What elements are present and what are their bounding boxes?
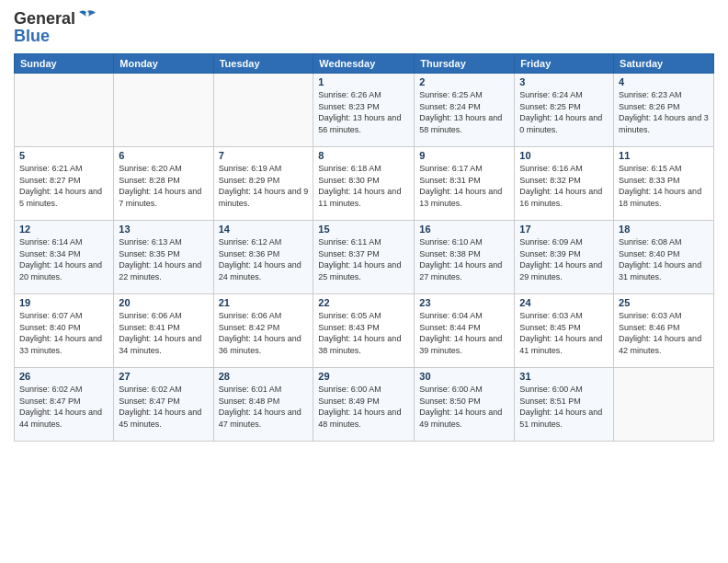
day-number: 2	[419, 76, 509, 87]
week-row-1: 1 Sunrise: 6:26 AM Sunset: 8:23 PM Dayli…	[15, 74, 714, 147]
day-cell: 1 Sunrise: 6:26 AM Sunset: 8:23 PM Dayli…	[313, 74, 415, 147]
day-number: 16	[419, 224, 509, 235]
day-cell: 22 Sunrise: 6:05 AM Sunset: 8:43 PM Dayl…	[313, 294, 415, 368]
day-number: 25	[619, 297, 709, 308]
day-number: 19	[19, 297, 108, 308]
day-cell: 25 Sunrise: 6:03 AM Sunset: 8:46 PM Dayl…	[614, 294, 714, 368]
day-info: Sunrise: 6:23 AM Sunset: 8:26 PM Dayligh…	[619, 89, 709, 135]
day-info: Sunrise: 6:20 AM Sunset: 8:28 PM Dayligh…	[119, 163, 208, 209]
day-cell: 7 Sunrise: 6:19 AM Sunset: 8:29 PM Dayli…	[213, 147, 313, 221]
day-number: 8	[318, 150, 409, 161]
week-row-5: 26 Sunrise: 6:02 AM Sunset: 8:47 PM Dayl…	[15, 368, 714, 442]
week-row-3: 12 Sunrise: 6:14 AM Sunset: 8:34 PM Dayl…	[15, 221, 714, 294]
logo-blue-text: Blue	[14, 27, 50, 46]
day-info: Sunrise: 6:14 AM Sunset: 8:34 PM Dayligh…	[19, 236, 108, 282]
day-cell: 18 Sunrise: 6:08 AM Sunset: 8:40 PM Dayl…	[614, 221, 714, 294]
day-number: 24	[519, 297, 609, 308]
calendar-header-row: SundayMondayTuesdayWednesdayThursdayFrid…	[15, 54, 714, 74]
day-number: 4	[619, 76, 709, 87]
day-header-saturday: Saturday	[614, 54, 714, 74]
day-number: 10	[519, 150, 609, 161]
day-info: Sunrise: 6:00 AM Sunset: 8:49 PM Dayligh…	[318, 384, 409, 430]
day-number: 18	[619, 224, 709, 235]
day-info: Sunrise: 6:11 AM Sunset: 8:37 PM Dayligh…	[318, 236, 409, 282]
day-number: 22	[318, 297, 409, 308]
day-info: Sunrise: 6:08 AM Sunset: 8:40 PM Dayligh…	[619, 236, 709, 282]
day-header-sunday: Sunday	[15, 54, 114, 74]
day-cell: 6 Sunrise: 6:20 AM Sunset: 8:28 PM Dayli…	[114, 147, 213, 221]
day-info: Sunrise: 6:01 AM Sunset: 8:48 PM Dayligh…	[219, 384, 309, 430]
calendar: SundayMondayTuesdayWednesdayThursdayFrid…	[14, 53, 714, 442]
day-info: Sunrise: 6:16 AM Sunset: 8:32 PM Dayligh…	[519, 163, 609, 209]
day-info: Sunrise: 6:00 AM Sunset: 8:51 PM Dayligh…	[519, 384, 609, 430]
day-cell: 24 Sunrise: 6:03 AM Sunset: 8:45 PM Dayl…	[515, 294, 614, 368]
day-info: Sunrise: 6:06 AM Sunset: 8:42 PM Dayligh…	[219, 310, 309, 356]
day-cell	[614, 368, 714, 442]
day-info: Sunrise: 6:13 AM Sunset: 8:35 PM Dayligh…	[119, 236, 208, 282]
week-row-4: 19 Sunrise: 6:07 AM Sunset: 8:40 PM Dayl…	[15, 294, 714, 368]
day-header-thursday: Thursday	[415, 54, 515, 74]
day-number: 9	[419, 150, 509, 161]
day-info: Sunrise: 6:25 AM Sunset: 8:24 PM Dayligh…	[419, 89, 509, 135]
day-info: Sunrise: 6:26 AM Sunset: 8:23 PM Dayligh…	[318, 89, 409, 135]
day-cell: 4 Sunrise: 6:23 AM Sunset: 8:26 PM Dayli…	[614, 74, 714, 147]
day-number: 21	[219, 297, 309, 308]
day-cell: 16 Sunrise: 6:10 AM Sunset: 8:38 PM Dayl…	[415, 221, 515, 294]
day-cell: 30 Sunrise: 6:00 AM Sunset: 8:50 PM Dayl…	[415, 368, 515, 442]
day-number: 5	[19, 150, 108, 161]
day-cell: 3 Sunrise: 6:24 AM Sunset: 8:25 PM Dayli…	[515, 74, 614, 147]
day-info: Sunrise: 6:05 AM Sunset: 8:43 PM Dayligh…	[318, 310, 409, 356]
day-cell: 19 Sunrise: 6:07 AM Sunset: 8:40 PM Dayl…	[15, 294, 114, 368]
day-number: 27	[119, 371, 208, 382]
day-info: Sunrise: 6:15 AM Sunset: 8:33 PM Dayligh…	[619, 163, 709, 209]
day-cell: 28 Sunrise: 6:01 AM Sunset: 8:48 PM Dayl…	[213, 368, 313, 442]
day-info: Sunrise: 6:03 AM Sunset: 8:45 PM Dayligh…	[519, 310, 609, 356]
day-info: Sunrise: 6:24 AM Sunset: 8:25 PM Dayligh…	[519, 89, 609, 135]
day-cell: 11 Sunrise: 6:15 AM Sunset: 8:33 PM Dayl…	[614, 147, 714, 221]
day-cell: 21 Sunrise: 6:06 AM Sunset: 8:42 PM Dayl…	[213, 294, 313, 368]
day-info: Sunrise: 6:03 AM Sunset: 8:46 PM Dayligh…	[619, 310, 709, 356]
day-number: 20	[119, 297, 208, 308]
day-header-monday: Monday	[114, 54, 213, 74]
day-cell: 14 Sunrise: 6:12 AM Sunset: 8:36 PM Dayl…	[213, 221, 313, 294]
day-info: Sunrise: 6:06 AM Sunset: 8:41 PM Dayligh…	[119, 310, 208, 356]
day-cell: 5 Sunrise: 6:21 AM Sunset: 8:27 PM Dayli…	[15, 147, 114, 221]
day-number: 30	[419, 371, 509, 382]
day-cell: 17 Sunrise: 6:09 AM Sunset: 8:39 PM Dayl…	[515, 221, 614, 294]
day-cell: 12 Sunrise: 6:14 AM Sunset: 8:34 PM Dayl…	[15, 221, 114, 294]
day-cell: 15 Sunrise: 6:11 AM Sunset: 8:37 PM Dayl…	[313, 221, 415, 294]
logo-general-text: General	[14, 9, 75, 29]
day-header-friday: Friday	[515, 54, 614, 74]
logo-bird-icon	[77, 9, 97, 26]
day-cell: 8 Sunrise: 6:18 AM Sunset: 8:30 PM Dayli…	[313, 147, 415, 221]
day-cell: 10 Sunrise: 6:16 AM Sunset: 8:32 PM Dayl…	[515, 147, 614, 221]
day-number: 28	[219, 371, 309, 382]
day-cell: 2 Sunrise: 6:25 AM Sunset: 8:24 PM Dayli…	[415, 74, 515, 147]
day-cell	[114, 74, 213, 147]
day-number: 29	[318, 371, 409, 382]
day-number: 26	[19, 371, 108, 382]
day-cell: 9 Sunrise: 6:17 AM Sunset: 8:31 PM Dayli…	[415, 147, 515, 221]
day-cell: 31 Sunrise: 6:00 AM Sunset: 8:51 PM Dayl…	[515, 368, 614, 442]
day-header-wednesday: Wednesday	[313, 54, 415, 74]
day-cell: 27 Sunrise: 6:02 AM Sunset: 8:47 PM Dayl…	[114, 368, 213, 442]
page: General Blue SundayMondayTuesdayWednesda…	[0, 0, 728, 563]
day-number: 17	[519, 224, 609, 235]
day-number: 15	[318, 224, 409, 235]
day-number: 14	[219, 224, 309, 235]
day-header-tuesday: Tuesday	[213, 54, 313, 74]
day-cell: 23 Sunrise: 6:04 AM Sunset: 8:44 PM Dayl…	[415, 294, 515, 368]
logo: General Blue	[14, 9, 97, 46]
day-cell: 20 Sunrise: 6:06 AM Sunset: 8:41 PM Dayl…	[114, 294, 213, 368]
day-info: Sunrise: 6:17 AM Sunset: 8:31 PM Dayligh…	[419, 163, 509, 209]
day-cell: 13 Sunrise: 6:13 AM Sunset: 8:35 PM Dayl…	[114, 221, 213, 294]
day-cell	[213, 74, 313, 147]
day-cell	[15, 74, 114, 147]
day-number: 3	[519, 76, 609, 87]
day-info: Sunrise: 6:07 AM Sunset: 8:40 PM Dayligh…	[19, 310, 108, 356]
day-number: 23	[419, 297, 509, 308]
day-cell: 26 Sunrise: 6:02 AM Sunset: 8:47 PM Dayl…	[15, 368, 114, 442]
day-info: Sunrise: 6:04 AM Sunset: 8:44 PM Dayligh…	[419, 310, 509, 356]
header: General Blue	[14, 9, 714, 46]
day-info: Sunrise: 6:18 AM Sunset: 8:30 PM Dayligh…	[318, 163, 409, 209]
